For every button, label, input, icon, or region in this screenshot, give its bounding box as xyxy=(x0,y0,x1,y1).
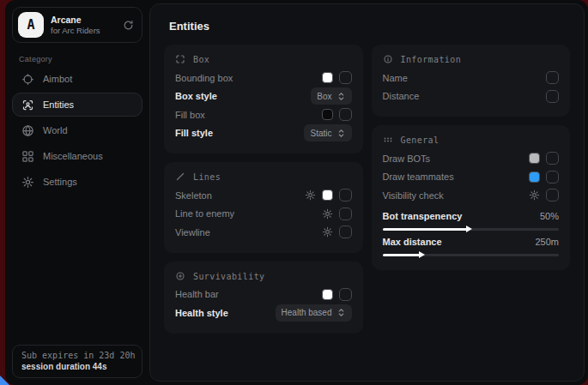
setting-label: Draw BOTs xyxy=(383,153,523,164)
setting-row-skeleton: Skeleton xyxy=(175,186,352,205)
gear-icon[interactable] xyxy=(305,189,316,201)
sidebar-item-world[interactable]: World xyxy=(12,118,142,142)
checkbox[interactable] xyxy=(546,189,559,202)
card-title: General xyxy=(401,135,439,145)
sidebar: A Arcane for Arc Riders Category Aimbot xyxy=(5,0,149,385)
setting-label: Name xyxy=(383,73,540,83)
card-title: Lines xyxy=(193,172,221,182)
slider-track[interactable] xyxy=(383,254,560,256)
checkbox[interactable] xyxy=(339,71,352,84)
setting-row-name: Name xyxy=(383,69,560,87)
sub-expiry-text: Sub expires in 23d 20h xyxy=(21,351,133,360)
gear-icon[interactable] xyxy=(322,208,333,220)
setting-label: Health bar xyxy=(175,289,315,299)
sidebar-item-label: Miscellaneous xyxy=(43,151,103,161)
setting-row-fill-style: Fill style Static xyxy=(175,124,352,143)
color-swatch[interactable] xyxy=(322,189,333,201)
max-distance-slider: Max distance 250m xyxy=(383,234,560,256)
setting-label: Fill style xyxy=(175,128,297,138)
setting-label: Distance xyxy=(383,91,540,101)
box-style-select[interactable]: Box xyxy=(311,87,351,105)
slider-value: 250m xyxy=(535,237,559,247)
checkbox[interactable] xyxy=(339,288,352,301)
setting-row-line-to-enemy: Line to enemy xyxy=(175,205,352,224)
setting-row-viewline: Viewline xyxy=(175,223,352,242)
checkbox[interactable] xyxy=(339,226,352,238)
gear-icon[interactable] xyxy=(529,189,540,201)
setting-row-draw-bots: Draw BOTs xyxy=(383,149,560,168)
card-title: Box xyxy=(193,55,209,64)
sidebar-item-entities[interactable]: Entities xyxy=(12,93,142,117)
slider-label: Max distance xyxy=(383,237,536,247)
gear-icon xyxy=(21,176,34,189)
sidebar-item-label: World xyxy=(43,125,68,135)
globe-icon xyxy=(21,124,34,137)
checkbox[interactable] xyxy=(546,152,559,165)
chevron-up-down-icon xyxy=(337,308,346,317)
slider-value: 50% xyxy=(540,211,559,221)
color-swatch[interactable] xyxy=(529,153,540,164)
refresh-icon[interactable] xyxy=(121,18,135,32)
main-panel: Entities Box Bounding box xyxy=(149,3,585,382)
sidebar-item-label: Aimbot xyxy=(43,74,72,84)
health-style-select[interactable]: Health based xyxy=(276,304,352,322)
checkbox[interactable] xyxy=(546,90,559,103)
brand-card: A Arcane for Arc Riders xyxy=(12,7,142,43)
checkbox[interactable] xyxy=(339,189,352,202)
sidebar-item-label: Entities xyxy=(43,99,74,110)
card-general: General Draw BOTs Draw teammates xyxy=(372,125,571,270)
sidebar-item-aimbot[interactable]: Aimbot xyxy=(12,67,142,91)
sidebar-item-settings[interactable]: Settings xyxy=(12,170,142,194)
color-swatch[interactable] xyxy=(322,289,333,300)
card-title: Information xyxy=(401,55,462,64)
slider-thumb[interactable] xyxy=(466,226,472,232)
sidebar-item-miscellaneous[interactable]: Miscellaneous xyxy=(12,144,142,168)
chevron-up-down-icon xyxy=(337,129,346,138)
card-information: Information Name Distance xyxy=(372,45,571,117)
grid-icon xyxy=(21,150,34,163)
checkbox[interactable] xyxy=(339,208,352,220)
color-swatch[interactable] xyxy=(322,109,333,120)
brand-title: Arcane xyxy=(51,15,114,26)
select-value: Health based xyxy=(282,308,332,317)
brand-avatar: A xyxy=(18,12,44,38)
sidebar-nav: Aimbot Entities World xyxy=(12,67,142,194)
setting-row-bounding-box: Bounding box xyxy=(175,69,352,87)
gear-icon[interactable] xyxy=(322,226,333,238)
info-icon xyxy=(383,54,394,65)
select-value: Static xyxy=(310,129,331,138)
setting-label: Box style xyxy=(175,91,304,101)
checkbox[interactable] xyxy=(546,171,559,183)
bot-transparency-slider: Bot transpenency 50% xyxy=(383,208,560,231)
dots-grid-icon xyxy=(383,135,394,146)
setting-row-health-bar: Health bar xyxy=(175,286,352,304)
select-value: Box xyxy=(317,92,331,101)
color-swatch[interactable] xyxy=(529,171,540,183)
sidebar-item-label: Settings xyxy=(43,177,77,187)
health-icon xyxy=(175,271,186,282)
card-box: Box Bounding box Box style Box xyxy=(164,45,363,153)
cursor-icon xyxy=(0,376,9,385)
color-swatch[interactable] xyxy=(322,72,333,83)
slider-track[interactable] xyxy=(383,228,560,231)
checkbox[interactable] xyxy=(339,108,352,121)
fill-style-select[interactable]: Static xyxy=(304,124,351,141)
scan-person-icon xyxy=(21,99,34,111)
slider-thumb[interactable] xyxy=(419,251,425,258)
page-title: Entities xyxy=(169,20,573,33)
chevron-up-down-icon xyxy=(337,92,346,101)
overlay-window: A Arcane for Arc Riders Category Aimbot xyxy=(5,0,588,385)
slider-label: Bot transpenency xyxy=(383,211,540,221)
crosshair-icon xyxy=(21,73,34,86)
brackets-icon xyxy=(175,54,186,65)
setting-row-health-style: Health style Health based xyxy=(175,304,352,322)
setting-row-fill-box: Fill box xyxy=(175,105,352,124)
setting-row-distance: Distance xyxy=(383,87,560,106)
slash-icon xyxy=(175,171,186,183)
setting-label: Bounding box xyxy=(175,73,315,83)
card-lines: Lines Skeleton Line to enemy xyxy=(164,162,363,253)
checkbox[interactable] xyxy=(546,71,559,84)
subscription-info: Sub expires in 23d 20h session duration … xyxy=(12,345,142,378)
setting-label: Visibility check xyxy=(383,190,523,201)
setting-row-box-style: Box style Box xyxy=(175,87,352,106)
